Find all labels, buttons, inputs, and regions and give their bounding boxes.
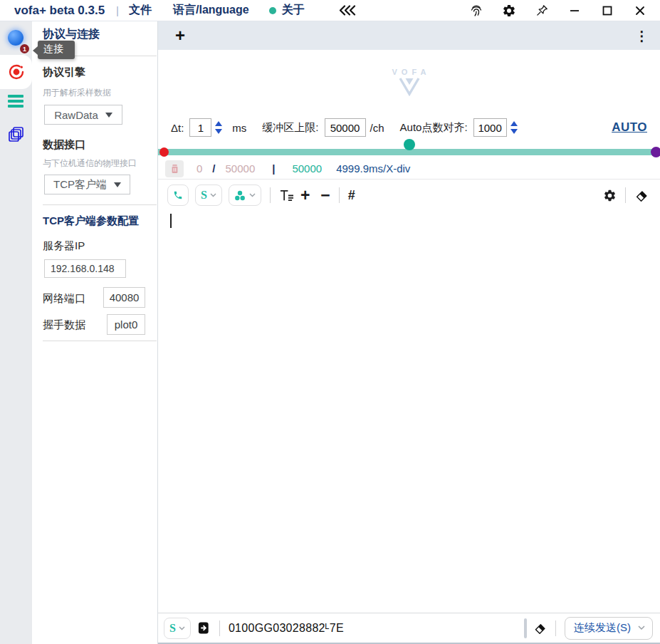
notification-badge: 1 bbox=[20, 44, 29, 53]
send-mode-select[interactable]: 连续发送(S) bbox=[565, 617, 653, 640]
series-style-button[interactable]: S bbox=[195, 185, 222, 206]
connection-panel: 协议与连接 协议引擎 用于解析采样数据 RawData 数据接口 与下位机通信的… bbox=[32, 21, 158, 644]
send-series-label: S bbox=[169, 622, 176, 635]
buffer-limit-label: 缓冲区上限: bbox=[262, 121, 318, 135]
port-input[interactable] bbox=[103, 287, 145, 308]
handshake-label: 握手数据 bbox=[43, 318, 85, 332]
menu-language[interactable]: 语言/language bbox=[173, 3, 249, 18]
text-caret bbox=[170, 214, 172, 228]
slider-handle-right[interactable] bbox=[651, 147, 660, 157]
divider bbox=[625, 187, 626, 203]
send-file-button[interactable] bbox=[197, 621, 211, 635]
panel-title: 协议与连接 bbox=[43, 27, 100, 42]
send-series-button[interactable]: S bbox=[164, 618, 191, 639]
scatter-style-button[interactable] bbox=[229, 185, 261, 206]
app-title: vofa+ beta 0.3.5 bbox=[14, 4, 105, 18]
slider-handle-center[interactable] bbox=[404, 139, 415, 150]
dt-spinbox[interactable]: 1 bbox=[189, 118, 222, 137]
channel-count-button[interactable]: # bbox=[348, 188, 355, 203]
buffer-limit-input[interactable] bbox=[325, 118, 366, 137]
trash-icon bbox=[169, 163, 180, 175]
tabbar: + ⋮ bbox=[158, 21, 660, 50]
dt-value[interactable]: 1 bbox=[189, 118, 211, 137]
main-area: + ⋮ VOFA Δt: 1 ms bbox=[158, 21, 660, 644]
zoom-out-button[interactable]: − bbox=[320, 187, 330, 204]
protocol-engine-value: RawData bbox=[54, 109, 98, 121]
rail-item-menu[interactable] bbox=[8, 95, 23, 108]
auto-button[interactable]: AUTO bbox=[612, 120, 647, 135]
chevron-down-icon bbox=[249, 193, 256, 197]
divider bbox=[43, 204, 157, 205]
dots-cluster-icon bbox=[234, 190, 246, 201]
send-mode-label: 连续发送(S) bbox=[574, 621, 631, 635]
counter-slash: / bbox=[212, 162, 215, 175]
vofa-window: vofa+ beta 0.3.5 | 文件 语言/language 关于 bbox=[0, 0, 660, 644]
menu-file[interactable]: 文件 bbox=[129, 3, 152, 18]
points-count: 50000 bbox=[292, 162, 322, 175]
buffer-current: 0 bbox=[197, 162, 202, 175]
data-interface-heading: 数据接口 bbox=[43, 138, 85, 152]
connect-tooltip: 连接 bbox=[38, 41, 75, 59]
send-bar: S 0100GG03028882ᴸ7E bbox=[158, 613, 660, 644]
buffer-capacity: 50000 bbox=[226, 162, 256, 175]
clear-plot-button[interactable] bbox=[634, 188, 649, 202]
buffer-slider[interactable] bbox=[158, 141, 660, 158]
rail-item-windows[interactable] bbox=[7, 125, 25, 146]
clear-buffer-button[interactable] bbox=[165, 160, 184, 177]
clear-send-button[interactable] bbox=[533, 621, 547, 635]
collapse-panel-button[interactable] bbox=[339, 5, 356, 16]
menu-about[interactable]: 关于 bbox=[269, 3, 305, 18]
fingerprint-icon[interactable] bbox=[469, 4, 483, 18]
settings-gear-icon[interactable] bbox=[502, 4, 516, 18]
pin-icon[interactable] bbox=[535, 4, 549, 18]
send-message-input[interactable]: 0100GG03028882ᴸ7E bbox=[229, 622, 518, 635]
maximize-button[interactable] bbox=[600, 4, 614, 18]
minimize-button[interactable] bbox=[567, 4, 582, 18]
protocol-engine-select[interactable]: RawData bbox=[44, 105, 122, 125]
plot-settings-button[interactable] bbox=[603, 189, 617, 202]
spin-up-icon[interactable] bbox=[215, 121, 222, 126]
add-tab-button[interactable]: + bbox=[175, 27, 185, 44]
gear-icon bbox=[603, 189, 617, 202]
chevron-down-icon bbox=[179, 626, 185, 630]
eraser-icon bbox=[533, 621, 547, 635]
sampling-controls: Δt: 1 ms 缓冲区上限: /ch Auto点数对齐: 1000 bbox=[158, 114, 660, 141]
chevron-down-icon bbox=[210, 193, 216, 197]
text-overlay-button[interactable] bbox=[279, 189, 294, 202]
layers-icon bbox=[7, 125, 25, 143]
data-interface-select[interactable]: TCP客户端 bbox=[44, 175, 130, 194]
divider bbox=[219, 620, 220, 636]
scrollbar-thumb[interactable] bbox=[524, 618, 527, 638]
tab-overflow-menu-button[interactable]: ⋮ bbox=[635, 28, 649, 44]
tcp-config-heading: TCP客户端参数配置 bbox=[43, 214, 139, 228]
plot-toolbar: S bbox=[158, 180, 660, 211]
spin-down-icon[interactable] bbox=[215, 129, 222, 134]
protocol-engine-heading: 协议引擎 bbox=[43, 66, 85, 79]
align-value[interactable]: 1000 bbox=[473, 118, 507, 137]
zoom-in-button[interactable]: + bbox=[300, 187, 310, 204]
xdiv-scale: 4999.9ms/X-div bbox=[336, 162, 410, 175]
protocol-engine-desc: 用于解析采样数据 bbox=[43, 87, 111, 99]
handshake-input[interactable] bbox=[107, 314, 145, 335]
spin-down-icon[interactable] bbox=[510, 129, 518, 134]
rail-item-connection[interactable] bbox=[0, 55, 32, 89]
phone-icon bbox=[173, 189, 183, 201]
divider bbox=[339, 187, 340, 203]
status-dot-icon bbox=[269, 7, 276, 14]
connection-indicator-icon[interactable] bbox=[8, 30, 23, 46]
series-style-label: S bbox=[201, 189, 207, 202]
close-button[interactable] bbox=[633, 4, 647, 18]
align-spinbox[interactable]: 1000 bbox=[473, 118, 518, 137]
divider bbox=[555, 620, 556, 636]
data-interface-value: TCP客户端 bbox=[53, 178, 107, 192]
server-ip-input[interactable] bbox=[44, 259, 126, 278]
spin-up-icon[interactable] bbox=[510, 121, 518, 126]
divider bbox=[270, 187, 271, 203]
text-overlay-icon bbox=[279, 189, 294, 202]
dropdown-arrow-icon bbox=[114, 182, 121, 187]
call-button[interactable] bbox=[167, 185, 189, 206]
buffer-unit: /ch bbox=[370, 122, 384, 134]
slider-handle-left[interactable] bbox=[159, 147, 169, 157]
divider bbox=[43, 341, 157, 341]
plot-area[interactable] bbox=[158, 211, 660, 613]
